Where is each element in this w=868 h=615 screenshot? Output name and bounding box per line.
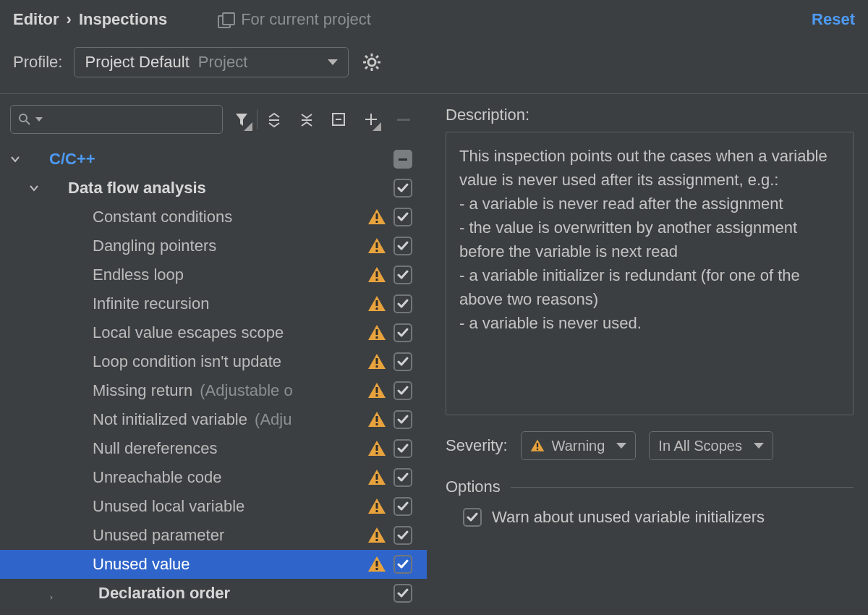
scope-value: In All Scopes [658,438,742,454]
tree-item[interactable]: Loop condition isn't update [0,347,427,376]
severity-label: Severity: [446,436,508,455]
breadcrumb-editor[interactable]: Editor [13,10,59,29]
chevron-down-icon [616,443,626,449]
select-all-button[interactable] [326,105,352,134]
checkbox[interactable] [393,266,412,284]
warning-icon [367,468,386,487]
tree-group-collapsed[interactable]: Declaration order [0,579,427,608]
profile-badge: Project [198,53,247,72]
collapse-all-icon [299,111,315,127]
scope-indicator: For current project [218,10,371,29]
tree-item-label: Null dereferences [93,439,217,458]
tree-item[interactable]: Dangling pointers [0,232,427,260]
warning-icon [367,410,386,429]
checkbox[interactable] [393,555,412,574]
search-icon [18,113,31,126]
checkbox[interactable] [463,508,482,527]
checkbox[interactable] [393,410,412,429]
tree-item[interactable]: Unused local variable [0,492,427,521]
tree-item[interactable]: Unused value [0,550,427,579]
checkbox[interactable] [393,208,412,226]
tree-item[interactable]: Unreachable code [0,463,427,492]
dropdown-corner-icon [373,122,381,131]
tree-group-label: Data flow analysis [68,179,206,198]
tree-group[interactable]: Data flow analysis [0,174,427,203]
profile-name: Project Default [85,53,189,72]
chevron-down-icon[interactable] [9,153,22,166]
warning-icon [367,497,386,516]
description-label: Description: [446,106,854,124]
tree-item[interactable]: Constant conditions [0,203,427,232]
tree-item-label: Unused local variable [93,497,244,516]
tree-item[interactable]: Infinite recursion [0,289,427,318]
search-input[interactable] [10,105,223,134]
scope-combobox[interactable]: In All Scopes [649,431,773,460]
tree-indent [9,587,22,600]
warning-icon [367,294,386,313]
warning-icon [367,266,386,284]
profile-label: Profile: [13,53,62,72]
option-row[interactable]: Warn about unused variable initializers [446,508,854,527]
checkbox[interactable] [393,497,412,516]
tree-item[interactable]: Unused parameter [0,521,427,550]
tree-item-label: Loop condition isn't update [93,352,281,371]
tree-item[interactable]: Missing return (Adjustable o [0,376,427,405]
expand-all-button[interactable] [261,105,288,134]
warning-icon [367,555,386,574]
tristate-checkbox[interactable] [393,150,412,169]
checkbox[interactable] [393,237,412,255]
description-box: This inspection points out the cases whe… [446,132,854,415]
warning-icon [367,323,386,342]
tree-category[interactable]: C/C++ [0,145,427,174]
dropdown-corner-icon [244,122,252,131]
tree-item-label: Dangling pointers [93,237,216,255]
checkbox[interactable] [393,381,412,400]
warning-icon [367,237,386,255]
tree-item[interactable]: Local value escapes scope [0,318,427,347]
minus-icon [397,119,410,121]
checkbox[interactable] [393,352,412,371]
checkbox[interactable] [393,468,412,487]
tree-group-label: Declaration order [98,584,230,603]
profile-combobox[interactable]: Project Default Project [74,47,349,77]
remove-button[interactable] [390,105,417,134]
tree-item[interactable]: Null dereferences [0,434,427,463]
divider [511,487,854,488]
checkbox[interactable] [393,584,412,603]
checkbox[interactable] [393,439,412,458]
severity-combobox[interactable]: Warning [521,431,637,460]
checkbox[interactable] [393,179,412,198]
breadcrumb: Editor › Inspections [13,10,167,29]
severity-value: Warning [552,438,605,454]
tree-item[interactable]: Endless loop [0,260,427,289]
profile-settings-button[interactable] [360,51,383,74]
select-all-icon [331,111,346,127]
checkbox[interactable] [393,323,412,342]
chevron-down-icon[interactable] [27,182,41,195]
reset-button[interactable]: Reset [812,10,855,29]
filter-button[interactable] [229,105,255,134]
breadcrumb-inspections[interactable]: Inspections [79,10,167,29]
add-button[interactable] [358,105,385,134]
gear-icon [362,53,381,72]
tree-item-hint: (Adjustable o [200,381,292,399]
tree-item-hint: (Adju [255,410,292,428]
collapse-all-button[interactable] [293,105,320,134]
search-field[interactable] [47,112,215,127]
search-history-dropdown-icon[interactable] [35,117,43,122]
inspection-tree[interactable]: C/C++ Data flow analysis Constant condit… [0,145,427,615]
tree-item-label: Local value escapes scope [93,323,284,342]
checkbox[interactable] [393,294,412,313]
tree-item-label: Unused value [93,555,190,574]
tree-item-label: Constant conditions [93,208,232,226]
warning-icon [530,438,545,453]
checkbox[interactable] [393,526,412,545]
warning-icon [367,208,386,226]
tree-indent [9,182,22,195]
tree-item[interactable]: Not initialized variable (Adju [0,405,427,434]
options-section-header: Options [446,478,854,496]
chevron-right-icon[interactable] [27,587,71,600]
warning-icon [367,526,386,545]
tree-item-label: Not initialized variable (Adju [93,410,292,429]
chevron-down-icon [754,443,764,449]
